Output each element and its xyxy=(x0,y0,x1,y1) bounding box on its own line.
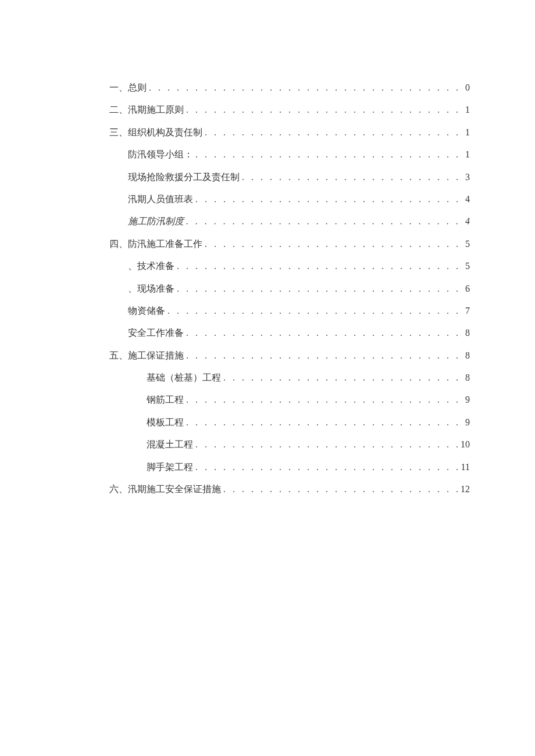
toc-label: 汛期人员值班表 xyxy=(128,193,193,206)
toc-page-number: 5 xyxy=(461,260,470,273)
toc-page-number: 9 xyxy=(461,393,470,406)
toc-label: 脚手架工程 xyxy=(147,461,193,474)
toc-leader-dots xyxy=(186,103,458,116)
toc-entry: 施工防汛制度4 xyxy=(109,215,470,228)
toc-page-number: 1 xyxy=(461,126,470,139)
toc-label: 、技术准备 xyxy=(128,260,174,273)
toc-entry: 现场抢险救援分工及责任制3 xyxy=(109,171,470,184)
toc-label: 一、总则 xyxy=(109,81,147,94)
toc-entry: 、技术准备5 xyxy=(109,260,470,273)
toc-entry: 二、汛期施工原则1 xyxy=(109,103,470,116)
toc-entry: 脚手架工程11 xyxy=(109,461,470,474)
toc-leader-dots xyxy=(195,438,458,451)
toc-page-number: 4 xyxy=(461,193,470,206)
toc-label: 二、汛期施工原则 xyxy=(109,103,184,116)
toc-entry: 四、防汛施工准备工作5 xyxy=(109,238,470,250)
toc-leader-dots xyxy=(242,171,458,184)
toc-leader-dots xyxy=(177,282,458,295)
toc-leader-dots xyxy=(186,327,458,339)
toc-label: 六、汛期施工安全保证措施 xyxy=(109,483,221,496)
toc-label: 基础（桩基）工程 xyxy=(147,371,221,384)
toc-leader-dots xyxy=(177,260,458,273)
toc-entry: 一、总则0 xyxy=(109,81,470,94)
toc-leader-dots xyxy=(195,148,458,161)
toc-entry: 钢筋工程9 xyxy=(109,393,470,406)
table-of-contents: 一、总则0二、汛期施工原则1三、组织机构及责任制1防汛领导小组：1现场抢险救援分… xyxy=(109,81,470,496)
toc-leader-dots xyxy=(186,215,458,228)
toc-page-number: 3 xyxy=(461,171,470,184)
toc-leader-dots xyxy=(195,461,458,474)
toc-leader-dots xyxy=(167,304,458,317)
toc-page-number: 1 xyxy=(461,148,470,161)
toc-label: 钢筋工程 xyxy=(147,393,184,406)
toc-page-number: 7 xyxy=(461,304,470,317)
toc-entry: 三、组织机构及责任制1 xyxy=(109,126,470,139)
toc-page-number: 6 xyxy=(461,282,470,295)
toc-entry: 基础（桩基）工程8 xyxy=(109,371,470,384)
toc-leader-dots xyxy=(195,193,458,206)
toc-label: 四、防汛施工准备工作 xyxy=(109,238,202,250)
toc-page-number: 9 xyxy=(461,416,470,429)
toc-leader-dots xyxy=(205,238,458,250)
toc-entry: 五、施工保证措施8 xyxy=(109,349,470,362)
toc-leader-dots xyxy=(223,483,458,496)
toc-label: 三、组织机构及责任制 xyxy=(109,126,202,139)
toc-leader-dots xyxy=(149,81,458,94)
toc-label: 混凝土工程 xyxy=(147,438,193,451)
toc-entry: 汛期人员值班表4 xyxy=(109,193,470,206)
toc-entry: 混凝土工程10 xyxy=(109,438,470,451)
toc-label: 物资储备 xyxy=(128,304,165,317)
toc-label: 防汛领导小组： xyxy=(128,148,193,161)
toc-page-number: 1 xyxy=(461,103,470,116)
toc-leader-dots xyxy=(205,126,458,139)
toc-entry: 物资储备7 xyxy=(109,304,470,317)
toc-leader-dots xyxy=(186,349,458,362)
toc-page-number: 8 xyxy=(461,327,470,339)
toc-label: 现场抢险救援分工及责任制 xyxy=(128,171,240,184)
toc-entry: 六、汛期施工安全保证措施12 xyxy=(109,483,470,496)
toc-label: 模板工程 xyxy=(147,416,184,429)
toc-entry: 安全工作准备8 xyxy=(109,327,470,339)
toc-leader-dots xyxy=(223,371,458,384)
toc-page-number: 8 xyxy=(461,371,470,384)
toc-page-number: 11 xyxy=(461,461,470,474)
toc-page-number: 4 xyxy=(461,215,470,228)
toc-label: 施工防汛制度 xyxy=(128,215,184,228)
toc-entry: 、现场准备6 xyxy=(109,282,470,295)
toc-label: 、现场准备 xyxy=(128,282,174,295)
toc-entry: 模板工程9 xyxy=(109,416,470,429)
toc-leader-dots xyxy=(186,393,458,406)
toc-page-number: 8 xyxy=(461,349,470,362)
toc-label: 五、施工保证措施 xyxy=(109,349,184,362)
toc-leader-dots xyxy=(186,416,458,429)
toc-page-number: 10 xyxy=(461,438,470,451)
toc-entry: 防汛领导小组：1 xyxy=(109,148,470,161)
toc-page-number: 12 xyxy=(461,483,470,496)
toc-label: 安全工作准备 xyxy=(128,327,184,339)
toc-page-number: 5 xyxy=(461,238,470,250)
toc-page-number: 0 xyxy=(461,81,470,94)
